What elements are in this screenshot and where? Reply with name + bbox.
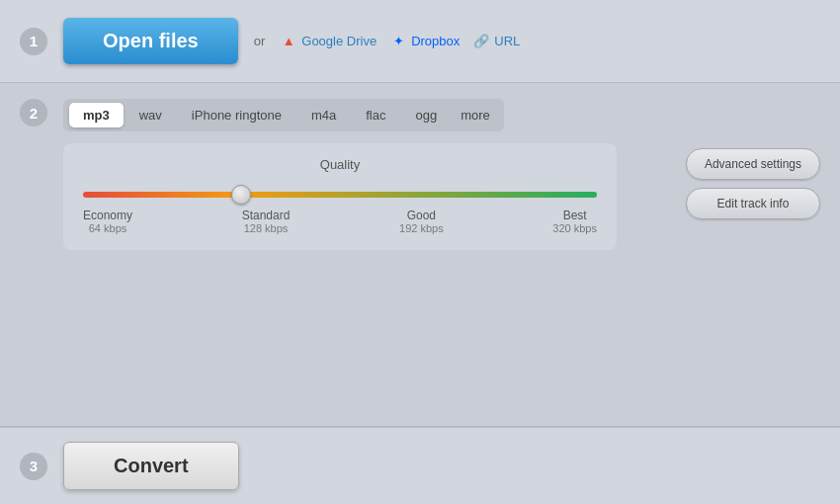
or-text: or <box>254 34 266 48</box>
quality-best-name: Best <box>563 209 587 222</box>
step-2-circle: 2 <box>20 99 47 126</box>
google-drive-icon: ▲ <box>281 34 296 49</box>
section-2: 2 mp3 wav iPhone ringtone m4a flac ogg m… <box>0 83 840 427</box>
quality-standard-name: Standard <box>242 209 291 222</box>
quality-panel: Quality Economy 64 kbps Standard 128 kbp… <box>63 143 617 250</box>
right-buttons: Advanced settings Edit track info <box>686 99 820 219</box>
tab-wav[interactable]: wav <box>126 103 176 127</box>
more-select[interactable]: more aac wma aiff <box>453 103 498 127</box>
google-drive-label: Google Drive <box>301 34 377 48</box>
quality-good: Good 192 kbps <box>399 209 444 234</box>
dropbox-label: Dropbox <box>411 34 460 48</box>
advanced-settings-button[interactable]: Advanced settings <box>686 148 820 180</box>
cloud-links: ▲ Google Drive ✦ Dropbox 🔗 URL <box>281 34 520 49</box>
app-container: 1 Open files or ▲ Google Drive ✦ Dropbox… <box>0 0 840 504</box>
tab-flac[interactable]: flac <box>352 103 399 127</box>
url-label: URL <box>494 34 520 48</box>
edit-track-info-button[interactable]: Edit track info <box>686 188 820 219</box>
quality-best: Best 320 kbps <box>552 209 597 234</box>
slider-container <box>83 186 597 201</box>
convert-button[interactable]: Convert <box>63 442 239 490</box>
dropbox-icon: ✦ <box>390 34 406 49</box>
quality-title: Quality <box>83 157 597 172</box>
section-3: 3 Convert <box>0 427 840 504</box>
tab-m4a[interactable]: m4a <box>297 103 350 127</box>
quality-good-kbps: 192 kbps <box>399 222 444 234</box>
quality-labels: Economy 64 kbps Standard 128 kbps Good 1… <box>83 209 597 234</box>
section-1: 1 Open files or ▲ Google Drive ✦ Dropbox… <box>0 0 840 83</box>
quality-economy: Economy 64 kbps <box>83 209 132 234</box>
quality-good-name: Good <box>407 209 436 222</box>
quality-economy-name: Economy <box>83 209 132 222</box>
tab-mp3[interactable]: mp3 <box>69 103 124 127</box>
quality-slider[interactable] <box>83 192 597 198</box>
section-2-content: mp3 wav iPhone ringtone m4a flac ogg mor… <box>63 99 670 250</box>
tab-iphone-ringtone[interactable]: iPhone ringtone <box>178 103 295 127</box>
open-files-button[interactable]: Open files <box>63 18 238 64</box>
quality-best-kbps: 320 kbps <box>552 222 597 234</box>
quality-economy-kbps: 64 kbps <box>89 222 127 234</box>
step-3-circle: 3 <box>20 453 47 480</box>
step-1-circle: 1 <box>20 28 47 55</box>
tab-ogg[interactable]: ogg <box>401 103 451 127</box>
url-icon: 🔗 <box>473 34 489 49</box>
quality-standard: Standard 128 kbps <box>242 209 291 234</box>
quality-standard-kbps: 128 kbps <box>244 222 289 234</box>
url-link[interactable]: 🔗 URL <box>473 34 520 49</box>
format-tabs: mp3 wav iPhone ringtone m4a flac ogg mor… <box>63 99 504 131</box>
google-drive-link[interactable]: ▲ Google Drive <box>281 34 377 49</box>
dropbox-link[interactable]: ✦ Dropbox <box>390 34 460 49</box>
